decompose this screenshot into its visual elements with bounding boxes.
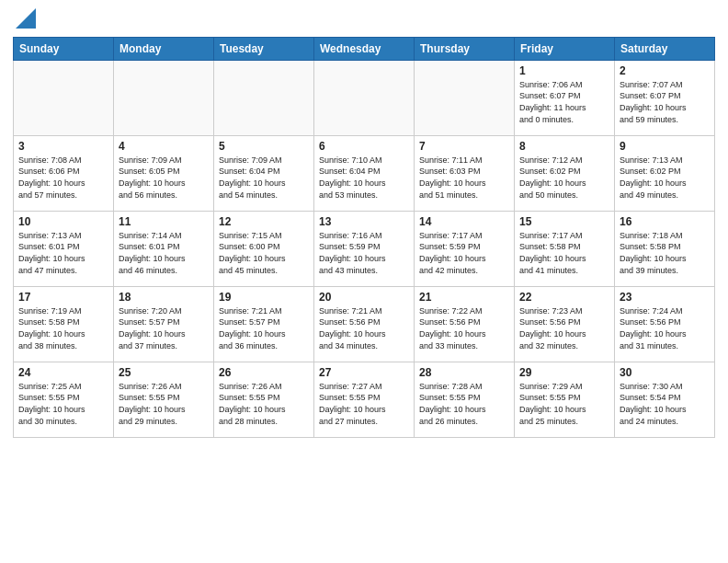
- day-info: Sunrise: 7:22 AM Sunset: 5:56 PM Dayligh…: [419, 305, 509, 351]
- day-info: Sunrise: 7:26 AM Sunset: 5:55 PM Dayligh…: [219, 381, 309, 427]
- calendar-cell: 2Sunrise: 7:07 AM Sunset: 6:07 PM Daylig…: [615, 60, 715, 135]
- calendar-header-friday: Friday: [515, 37, 615, 60]
- calendar-header-saturday: Saturday: [615, 37, 715, 60]
- calendar-cell: 1Sunrise: 7:06 AM Sunset: 6:07 PM Daylig…: [515, 60, 615, 135]
- day-number: 17: [18, 291, 108, 304]
- day-number: 7: [419, 140, 509, 153]
- day-number: 5: [219, 140, 309, 153]
- day-number: 25: [119, 366, 209, 379]
- calendar-cell: 20Sunrise: 7:21 AM Sunset: 5:56 PM Dayli…: [314, 286, 415, 362]
- calendar-cell: 5Sunrise: 7:09 AM Sunset: 6:04 PM Daylig…: [214, 135, 314, 211]
- calendar-cell: 17Sunrise: 7:19 AM Sunset: 5:58 PM Dayli…: [14, 286, 114, 362]
- day-number: 6: [319, 140, 409, 153]
- day-info: Sunrise: 7:19 AM Sunset: 5:58 PM Dayligh…: [18, 305, 108, 351]
- calendar-cell: 15Sunrise: 7:17 AM Sunset: 5:58 PM Dayli…: [515, 211, 615, 286]
- calendar-cell: 19Sunrise: 7:21 AM Sunset: 5:57 PM Dayli…: [214, 286, 314, 362]
- calendar-cell: 29Sunrise: 7:29 AM Sunset: 5:55 PM Dayli…: [515, 362, 615, 437]
- day-number: 15: [519, 215, 609, 228]
- calendar-cell: 26Sunrise: 7:26 AM Sunset: 5:55 PM Dayli…: [214, 362, 314, 437]
- day-number: 11: [119, 215, 209, 228]
- day-number: 9: [620, 140, 710, 153]
- calendar-cell: 10Sunrise: 7:13 AM Sunset: 6:01 PM Dayli…: [14, 211, 114, 286]
- day-info: Sunrise: 7:06 AM Sunset: 6:07 PM Dayligh…: [519, 79, 609, 125]
- calendar-week-row: 1Sunrise: 7:06 AM Sunset: 6:07 PM Daylig…: [14, 60, 715, 135]
- day-number: 18: [119, 291, 209, 304]
- calendar-cell: 6Sunrise: 7:10 AM Sunset: 6:04 PM Daylig…: [314, 135, 415, 211]
- calendar-cell: 8Sunrise: 7:12 AM Sunset: 6:02 PM Daylig…: [515, 135, 615, 211]
- calendar-cell: 25Sunrise: 7:26 AM Sunset: 5:55 PM Dayli…: [114, 362, 214, 437]
- calendar-cell: 23Sunrise: 7:24 AM Sunset: 5:56 PM Dayli…: [615, 286, 715, 362]
- logo: [13, 13, 36, 31]
- day-info: Sunrise: 7:20 AM Sunset: 5:57 PM Dayligh…: [119, 305, 209, 351]
- calendar-cell: [314, 60, 415, 135]
- page: SundayMondayTuesdayWednesdayThursdayFrid…: [0, 0, 728, 447]
- calendar-header-wednesday: Wednesday: [314, 37, 415, 60]
- day-number: 12: [219, 215, 309, 228]
- calendar-cell: 3Sunrise: 7:08 AM Sunset: 6:06 PM Daylig…: [14, 135, 114, 211]
- day-number: 19: [219, 291, 309, 304]
- calendar-cell: 4Sunrise: 7:09 AM Sunset: 6:05 PM Daylig…: [114, 135, 214, 211]
- day-info: Sunrise: 7:18 AM Sunset: 5:58 PM Dayligh…: [620, 230, 710, 276]
- day-number: 4: [119, 140, 209, 153]
- calendar-header-sunday: Sunday: [14, 37, 114, 60]
- day-info: Sunrise: 7:29 AM Sunset: 5:55 PM Dayligh…: [519, 381, 609, 427]
- calendar-cell: 22Sunrise: 7:23 AM Sunset: 5:56 PM Dayli…: [515, 286, 615, 362]
- day-number: 24: [18, 366, 108, 379]
- calendar-cell: 18Sunrise: 7:20 AM Sunset: 5:57 PM Dayli…: [114, 286, 214, 362]
- day-info: Sunrise: 7:09 AM Sunset: 6:05 PM Dayligh…: [119, 155, 209, 201]
- day-number: 16: [620, 215, 710, 228]
- day-info: Sunrise: 7:28 AM Sunset: 5:55 PM Dayligh…: [419, 381, 509, 427]
- calendar-week-row: 17Sunrise: 7:19 AM Sunset: 5:58 PM Dayli…: [14, 286, 715, 362]
- day-info: Sunrise: 7:21 AM Sunset: 5:57 PM Dayligh…: [219, 305, 309, 351]
- calendar-cell: 14Sunrise: 7:17 AM Sunset: 5:59 PM Dayli…: [415, 211, 515, 286]
- calendar-cell: 28Sunrise: 7:28 AM Sunset: 5:55 PM Dayli…: [415, 362, 515, 437]
- day-info: Sunrise: 7:17 AM Sunset: 5:58 PM Dayligh…: [519, 230, 609, 276]
- day-number: 28: [419, 366, 509, 379]
- day-info: Sunrise: 7:07 AM Sunset: 6:07 PM Dayligh…: [620, 79, 710, 125]
- day-info: Sunrise: 7:25 AM Sunset: 5:55 PM Dayligh…: [18, 381, 108, 427]
- calendar-cell: 7Sunrise: 7:11 AM Sunset: 6:03 PM Daylig…: [415, 135, 515, 211]
- day-number: 23: [620, 291, 710, 304]
- calendar-header-monday: Monday: [114, 37, 214, 60]
- day-info: Sunrise: 7:26 AM Sunset: 5:55 PM Dayligh…: [119, 381, 209, 427]
- day-number: 13: [319, 215, 409, 228]
- calendar-cell: [214, 60, 314, 135]
- day-number: 20: [319, 291, 409, 304]
- day-number: 8: [519, 140, 609, 153]
- day-number: 14: [419, 215, 509, 228]
- calendar-cell: [415, 60, 515, 135]
- svg-marker-0: [16, 8, 36, 29]
- calendar-cell: 27Sunrise: 7:27 AM Sunset: 5:55 PM Dayli…: [314, 362, 415, 437]
- calendar-cell: 16Sunrise: 7:18 AM Sunset: 5:58 PM Dayli…: [615, 211, 715, 286]
- day-info: Sunrise: 7:17 AM Sunset: 5:59 PM Dayligh…: [419, 230, 509, 276]
- calendar-week-row: 24Sunrise: 7:25 AM Sunset: 5:55 PM Dayli…: [14, 362, 715, 437]
- day-number: 30: [620, 366, 710, 379]
- calendar-table: SundayMondayTuesdayWednesdayThursdayFrid…: [13, 37, 715, 438]
- day-info: Sunrise: 7:12 AM Sunset: 6:02 PM Dayligh…: [519, 155, 609, 201]
- calendar-header-thursday: Thursday: [415, 37, 515, 60]
- calendar-cell: 13Sunrise: 7:16 AM Sunset: 5:59 PM Dayli…: [314, 211, 415, 286]
- day-number: 29: [519, 366, 609, 379]
- day-number: 22: [519, 291, 609, 304]
- day-info: Sunrise: 7:16 AM Sunset: 5:59 PM Dayligh…: [319, 230, 409, 276]
- day-info: Sunrise: 7:13 AM Sunset: 6:02 PM Dayligh…: [620, 155, 710, 201]
- day-number: 1: [519, 64, 609, 77]
- calendar-week-row: 10Sunrise: 7:13 AM Sunset: 6:01 PM Dayli…: [14, 211, 715, 286]
- day-number: 27: [319, 366, 409, 379]
- day-number: 3: [18, 140, 108, 153]
- calendar-cell: [14, 60, 114, 135]
- day-number: 21: [419, 291, 509, 304]
- calendar-week-row: 3Sunrise: 7:08 AM Sunset: 6:06 PM Daylig…: [14, 135, 715, 211]
- calendar-cell: [114, 60, 214, 135]
- day-info: Sunrise: 7:10 AM Sunset: 6:04 PM Dayligh…: [319, 155, 409, 201]
- day-info: Sunrise: 7:30 AM Sunset: 5:54 PM Dayligh…: [620, 381, 710, 427]
- day-info: Sunrise: 7:09 AM Sunset: 6:04 PM Dayligh…: [219, 155, 309, 201]
- day-info: Sunrise: 7:15 AM Sunset: 6:00 PM Dayligh…: [219, 230, 309, 276]
- day-info: Sunrise: 7:13 AM Sunset: 6:01 PM Dayligh…: [18, 230, 108, 276]
- day-info: Sunrise: 7:08 AM Sunset: 6:06 PM Dayligh…: [18, 155, 108, 201]
- calendar-cell: 30Sunrise: 7:30 AM Sunset: 5:54 PM Dayli…: [615, 362, 715, 437]
- calendar-cell: 24Sunrise: 7:25 AM Sunset: 5:55 PM Dayli…: [14, 362, 114, 437]
- day-info: Sunrise: 7:24 AM Sunset: 5:56 PM Dayligh…: [620, 305, 710, 351]
- calendar-cell: 11Sunrise: 7:14 AM Sunset: 6:01 PM Dayli…: [114, 211, 214, 286]
- day-number: 2: [620, 64, 710, 77]
